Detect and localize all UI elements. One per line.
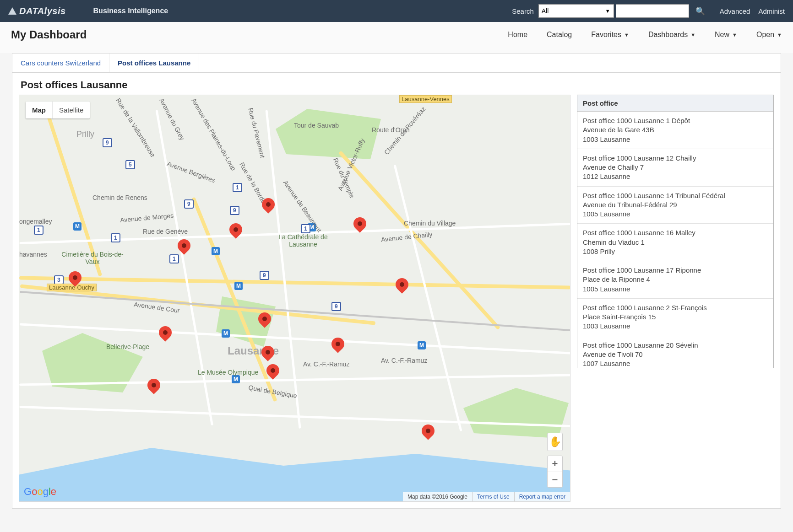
search-label: Search [512,7,534,15]
edge-label-ongemalley: ongemalley [19,218,52,225]
po-city: 1012 Lausanne [583,172,768,181]
highway-shield: 3 [54,275,64,285]
map-pin[interactable] [266,364,279,383]
advanced-link[interactable]: Advanced [720,7,750,15]
content-panel: Post offices Lausanne [12,72,781,509]
nav-open[interactable]: Open▼ [756,31,782,39]
highway-shield: 9 [184,199,194,209]
zoom-out-button[interactable]: − [548,472,562,487]
map-type-map[interactable]: Map [26,102,52,118]
road-cf-ramuz-2: Av. C.-F.-Ramuz [381,357,427,364]
page-title: My Dashboard [11,28,87,41]
nav-catalog[interactable]: Catalog [547,31,572,39]
map-type-satellite[interactable]: Satellite [52,102,90,118]
map-pin[interactable] [331,338,344,357]
po-name: Post office 1000 Lausanne 14 Tribunal Fé… [583,191,768,200]
road-av-morges: Avenue de Morges [120,212,174,224]
nav-home[interactable]: Home [508,31,527,39]
district-prilly: Prilly [76,129,94,139]
highway-shield: 5 [125,160,135,169]
poi-cimetiere: Cimetière du Bois-de-Vaux [60,251,125,265]
triangle-icon [8,7,16,15]
road-ch-renens: Chemin de Renens [92,194,147,201]
road [156,110,213,425]
highway-shield: 9 [103,138,112,147]
map-pin[interactable] [159,326,172,345]
road [394,165,462,431]
tab-cars-counters[interactable]: Cars counters Switzerland [12,54,109,72]
metro-icon [73,222,81,231]
map-type-control: Map Satellite [26,102,90,118]
po-street: Avenue de Chailly 7 [583,163,768,172]
search-scope-select[interactable]: All [538,4,614,18]
map-pin[interactable] [261,346,274,365]
secondary-nav: My Dashboard Home Catalog Favorites▼ Das… [0,22,793,53]
road-av-chailly: Avenue de Chailly [380,231,433,243]
po-city: 1005 Lausanne [583,210,768,219]
nav-label: Catalog [547,31,572,39]
search-icon[interactable]: 🔍 [695,6,705,16]
nav-label: Dashboards [648,31,688,39]
map-pin[interactable] [229,223,242,242]
map-pin[interactable] [258,312,271,332]
metro-icon [232,375,240,383]
highway-lausanne-vennes: Lausanne-Vennes [399,95,452,103]
zoom-in-button[interactable]: + [548,456,562,472]
search-input[interactable] [616,4,689,18]
poi-musee: Le Musée Olympique [198,369,258,376]
po-street: Avenue du Tribunal-Fédéral 29 [583,200,768,210]
map-data-text: Map data ©2016 Google [403,492,472,501]
caret-down-icon: ▼ [690,32,695,38]
map-pin[interactable] [262,198,275,217]
list-item[interactable]: Post office 1000 Lausanne 2 St-FrançoisP… [577,299,773,336]
administration-link[interactable]: Administ [758,7,785,15]
map-canvas[interactable]: Map Satellite Lausanne Prilly Tour de Sa… [19,95,570,502]
nav-dashboards[interactable]: Dashboards▼ [648,31,695,39]
nav-new[interactable]: New▼ [715,31,737,39]
po-city: 1007 Lausanne [583,359,768,368]
terms-link[interactable]: Terms of Use [477,494,510,500]
road-av-plaines: Avenue des Plaines-du-Loup [190,97,238,172]
nav-favorites[interactable]: Favorites▼ [591,31,629,39]
map-pin[interactable] [147,379,160,398]
report-error-link[interactable]: Report a map error [519,494,565,500]
list-item[interactable]: Post office 1000 Lausanne 1 DépôtAvenue … [577,112,773,149]
pegman-icon[interactable]: ✋ [547,433,563,451]
po-street: Chemin du Viaduc 1 [583,238,768,247]
list-item[interactable]: Post office 1000 Lausanne 12 ChaillyAven… [577,149,773,187]
road [19,276,570,289]
list-item[interactable]: Post office 1000 Lausanne 16 MalleyChemi… [577,224,773,261]
po-city: 1005 Lausanne [583,285,768,294]
list-item[interactable]: Post office 1000 Lausanne 17 RiponnePlac… [577,261,773,299]
park [463,388,569,438]
zoom-control: + − [547,456,563,488]
map-pin[interactable] [178,239,190,258]
road-r-vallombreuse: Rue de la Vallombreuse [114,97,157,158]
map-pin[interactable] [69,271,81,290]
dashboard-tabs: Cars counters Switzerland Post offices L… [12,53,781,72]
poi-bellerive: Bellerive-Plage [106,343,149,350]
brand-logo[interactable]: DATAlysis [8,6,66,16]
po-city: 1003 Lausanne [583,322,768,331]
list-item[interactable]: Post office 1000 Lausanne 14 Tribunal Fé… [577,187,773,224]
nav-label: Home [508,31,527,39]
nav-label: Favorites [591,31,621,39]
map-pin[interactable] [422,425,435,444]
nav-label: Open [756,31,774,39]
post-office-list: Post office Post office 1000 Lausanne 1 … [577,95,774,368]
tab-post-offices[interactable]: Post offices Lausanne [109,54,199,72]
google-logo: Google [24,486,56,498]
po-street: Avenue de la Gare 43B [583,125,768,134]
highway-shield: 1 [111,233,120,242]
caret-down-icon: ▼ [732,32,737,38]
map-pin[interactable] [396,278,408,297]
po-name: Post office 1000 Lausanne 20 Sévelin [583,341,768,350]
po-name: Post office 1000 Lausanne 17 Riponne [583,266,768,275]
brand-name: DATAlysis [19,6,66,16]
map-attribution: Map data ©2016 Google Terms of Use Repor… [403,492,570,501]
map-pin[interactable] [353,217,366,236]
poi-tour-sauvab: Tour de Sauvab [294,122,339,129]
list-header: Post office [577,95,773,112]
list-item[interactable]: Post office 1000 Lausanne 20 SévelinAven… [577,336,773,368]
list-body[interactable]: Post office 1000 Lausanne 1 DépôtAvenue … [577,112,773,368]
